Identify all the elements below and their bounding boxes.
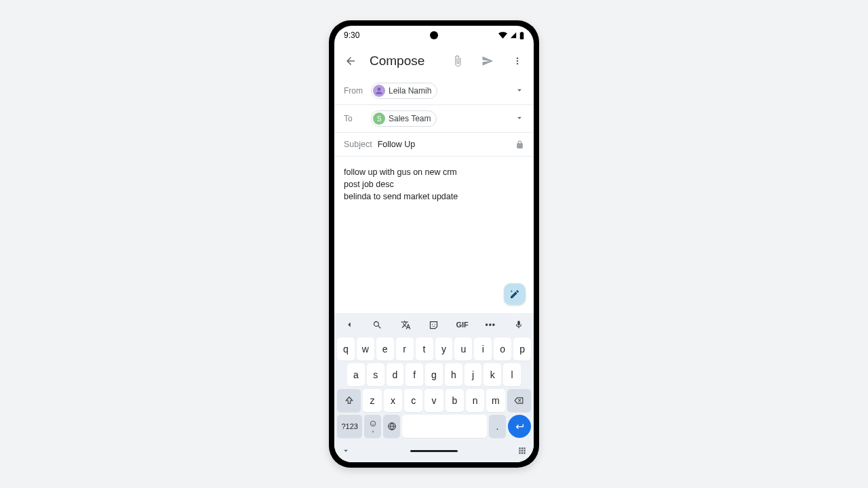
phone-frame: 9:30 Compose From	[329, 20, 539, 468]
body-line: belinda to send market update	[344, 190, 524, 203]
to-label: To	[344, 114, 371, 123]
key-a[interactable]: a	[347, 363, 365, 386]
key-m[interactable]: m	[486, 389, 505, 412]
key-d[interactable]: d	[387, 363, 404, 386]
mic-icon	[514, 320, 524, 329]
signal-icon	[509, 32, 517, 39]
body-line: follow up with gus on new crm	[344, 166, 524, 178]
kb-mic[interactable]	[509, 320, 528, 329]
attachment-icon	[452, 55, 464, 67]
from-chip[interactable]: Leila Namih	[371, 83, 437, 99]
kb-search[interactable]	[368, 320, 387, 330]
key-period[interactable]: .	[489, 415, 506, 438]
key-s[interactable]: s	[367, 363, 384, 386]
svg-point-4	[372, 422, 372, 423]
screen: 9:30 Compose From	[334, 26, 534, 462]
to-name: Sales Team	[389, 114, 431, 123]
key-b[interactable]: b	[446, 389, 464, 412]
nav-handle[interactable]	[410, 450, 458, 452]
key-g[interactable]: g	[425, 363, 443, 386]
subject-row[interactable]: Subject Follow Up	[334, 133, 534, 157]
send-icon	[481, 55, 494, 67]
subject-value: Follow Up	[378, 140, 515, 149]
wifi-icon	[498, 32, 507, 39]
svg-point-5	[374, 422, 374, 423]
keyboard-keys: q w e r t y u i o p a s d f g	[334, 336, 534, 442]
key-i[interactable]: i	[474, 338, 492, 361]
kb-back[interactable]	[340, 320, 359, 329]
search-icon	[372, 320, 382, 330]
key-e[interactable]: e	[376, 338, 394, 361]
page-title: Compose	[370, 54, 439, 68]
chevron-left-icon	[344, 320, 354, 329]
key-f[interactable]: f	[406, 363, 423, 386]
key-x[interactable]: x	[384, 389, 402, 412]
sticker-icon	[429, 320, 439, 330]
app-bar: Compose	[334, 45, 534, 77]
key-shift[interactable]	[337, 389, 361, 412]
to-expand[interactable]	[515, 113, 524, 125]
battery-icon	[519, 32, 524, 39]
key-q[interactable]: q	[337, 338, 355, 361]
subject-label: Subject	[344, 140, 372, 149]
keyboard-grid-icon[interactable]	[517, 446, 527, 455]
key-emoji-comma[interactable]: ,	[364, 415, 381, 438]
from-row[interactable]: From Leila Namih	[334, 77, 534, 105]
key-z[interactable]: z	[363, 389, 381, 412]
key-n[interactable]: n	[466, 389, 484, 412]
camera-cutout	[430, 31, 438, 39]
chevron-down-icon	[515, 113, 524, 123]
magic-pen-icon	[509, 289, 520, 300]
key-p[interactable]: p	[513, 338, 531, 361]
key-w[interactable]: w	[357, 338, 374, 361]
shift-icon	[344, 396, 354, 405]
kb-sticker[interactable]	[425, 320, 443, 330]
svg-point-0	[378, 87, 381, 91]
key-v[interactable]: v	[425, 389, 443, 412]
status-icons	[498, 32, 524, 39]
more-button[interactable]	[507, 50, 528, 72]
key-y[interactable]: y	[435, 338, 453, 361]
key-o[interactable]: o	[494, 338, 511, 361]
kb-more[interactable]: •••	[481, 320, 500, 329]
key-t[interactable]: t	[416, 338, 433, 361]
key-k[interactable]: k	[484, 363, 501, 386]
key-h[interactable]: h	[445, 363, 462, 386]
magic-write-button[interactable]	[504, 283, 526, 305]
keyboard-bottom	[334, 442, 534, 460]
more-vert-icon	[512, 56, 523, 66]
to-chip[interactable]: S Sales Team	[371, 110, 437, 127]
key-space[interactable]	[402, 415, 487, 438]
kb-gif[interactable]: GIF	[453, 321, 472, 329]
send-button[interactable]	[477, 50, 498, 72]
chevron-down-icon[interactable]	[341, 446, 351, 455]
backspace-icon	[513, 396, 524, 405]
to-row[interactable]: To S Sales Team	[334, 105, 534, 133]
clock: 9:30	[344, 30, 359, 40]
from-expand[interactable]	[515, 85, 524, 97]
key-symbols[interactable]: ?123	[337, 415, 362, 438]
key-r[interactable]: r	[396, 338, 414, 361]
kb-translate[interactable]	[396, 320, 415, 330]
chevron-down-icon	[515, 85, 524, 95]
arrow-back-icon	[344, 55, 357, 67]
keyboard-toolbar: GIF •••	[334, 313, 534, 336]
keyboard: GIF ••• q w e r t y u i o p	[334, 313, 534, 462]
key-enter[interactable]	[508, 415, 531, 438]
to-avatar: S	[373, 113, 385, 125]
key-l[interactable]: l	[503, 363, 521, 386]
key-globe[interactable]	[383, 415, 400, 438]
body-line: post job desc	[344, 178, 524, 190]
back-button[interactable]	[340, 50, 361, 72]
email-body[interactable]: follow up with gus on new crm post job d…	[334, 157, 534, 313]
key-u[interactable]: u	[454, 338, 472, 361]
key-backspace[interactable]	[507, 389, 531, 412]
svg-point-2	[435, 323, 435, 324]
attach-button[interactable]	[447, 50, 469, 72]
from-label: From	[344, 86, 371, 96]
from-avatar	[373, 85, 385, 97]
key-j[interactable]: j	[465, 363, 482, 386]
key-c[interactable]: c	[404, 389, 422, 412]
svg-point-1	[432, 323, 433, 324]
lock-icon	[515, 140, 524, 149]
